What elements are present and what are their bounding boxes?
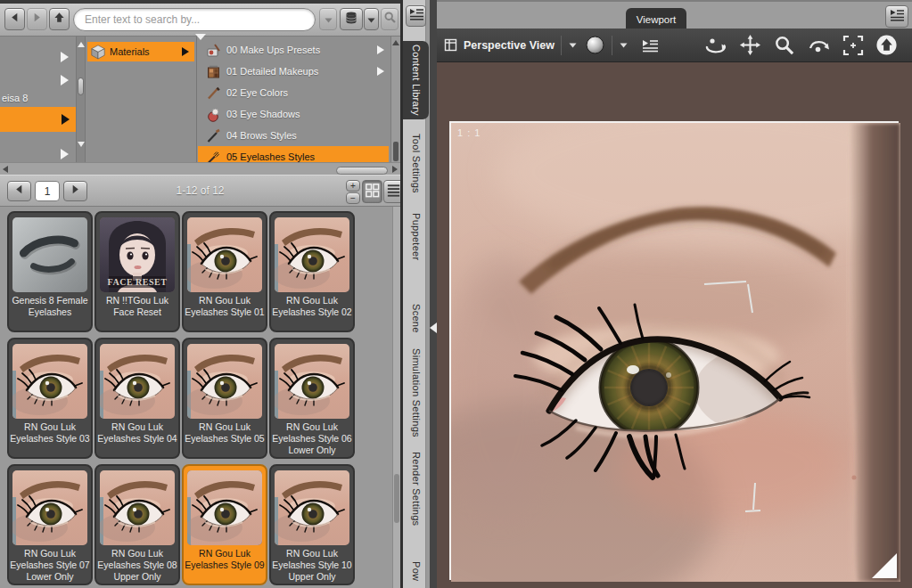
pagination-bar: 1-12 of 12 + − (0, 175, 400, 207)
tree-item[interactable]: 00 Make Ups Presets (198, 39, 389, 61)
thumbnail-eye (100, 344, 175, 419)
asset-label: Genesis 8 Female Eyelashes (10, 295, 90, 318)
scrollbar-thumb[interactable] (394, 474, 399, 523)
viewport-canvas[interactable]: 1 : 1 (437, 62, 912, 588)
dock-tab-pow[interactable]: Pow (406, 554, 427, 588)
expand-arrow-icon[interactable] (61, 52, 69, 62)
asset-label: RN Gou Luk Eyelashes Style 04 (97, 421, 177, 445)
asset-tile[interactable]: RN Gou Luk Eyelashes Style 01 (182, 211, 267, 332)
rotate-camera-icon[interactable] (807, 36, 831, 55)
asset-tile[interactable]: RN Gou Luk Eyelashes Style 02 (269, 211, 355, 332)
dock-tab-strip: Content LibraryTool SettingsPuppeteerSce… (400, 0, 426, 588)
panel-menu-icon (408, 8, 424, 24)
asset-label: RN Gou Luk Eyelashes Style 02 (272, 295, 352, 318)
asset-label: RN Gou Luk Eyelashes Style 07 Lower Only (10, 548, 90, 583)
dock-tab-render-settings[interactable]: Render Settings (406, 449, 427, 529)
thumbnail-eye (275, 344, 349, 419)
grid-view-button[interactable] (362, 180, 382, 203)
thumb-size-decrease-button[interactable]: − (346, 192, 360, 204)
tree-selected-parent[interactable] (0, 107, 80, 132)
orbit-camera-icon[interactable] (703, 35, 727, 56)
eye-shadow-icon (205, 106, 221, 122)
scrollbar-thumb[interactable] (393, 142, 398, 161)
collapse-panel-icon[interactable] (430, 323, 437, 333)
tree-item[interactable]: 01 Detailed Makeups (198, 61, 389, 82)
viewport-panel: Viewport Perspective View 1 : 1 (437, 0, 912, 588)
panel-menu-button[interactable] (406, 5, 426, 27)
back-button[interactable] (4, 8, 25, 30)
frame-camera-icon[interactable] (842, 35, 864, 56)
grid-scrollbar[interactable] (392, 207, 400, 588)
chevron-down-icon (324, 12, 333, 28)
toolbar-divider (561, 36, 562, 55)
aspect-ratio-label: 1 : 1 (457, 127, 481, 138)
panel-splitter[interactable] (430, 0, 437, 588)
up-level-button[interactable] (49, 8, 70, 30)
zoom-camera-icon[interactable] (773, 34, 795, 56)
database-dropdown[interactable] (364, 8, 379, 30)
forward-button[interactable] (27, 8, 47, 30)
tree-item[interactable]: 03 Eye Shadows (198, 103, 389, 125)
thumbnail-eye (275, 470, 349, 545)
asset-tile[interactable]: RN Gou Luk Eyelashes Style 10 Upper Only (269, 464, 355, 585)
thumbnail-eye (12, 470, 87, 545)
asset-tile[interactable]: RN Gou Luk Eyelashes Style 08 Upper Only (94, 464, 180, 585)
svg-text:FACE RESET: FACE RESET (108, 277, 168, 287)
panel-menu-button[interactable] (885, 5, 908, 28)
asset-tile[interactable]: RN Gou Luk Eyelashes Style 05 (182, 338, 267, 459)
database-button[interactable] (340, 8, 363, 30)
thumbnail-eye (187, 344, 262, 419)
search-input[interactable] (73, 8, 316, 31)
tree-vertical-scrollbar[interactable] (76, 37, 86, 175)
tree-item-materials[interactable]: Materials (87, 42, 194, 61)
drawstyle-dropdown-icon[interactable] (619, 41, 629, 49)
reset-camera-icon[interactable] (875, 34, 898, 56)
scroll-left-icon[interactable] (3, 166, 8, 173)
tab-viewport[interactable]: Viewport (626, 8, 686, 30)
brow-brush-icon (205, 127, 221, 143)
asset-tile[interactable]: RN Gou Luk Eyelashes Style 03 (7, 338, 93, 459)
subfolder-scrollbar[interactable] (390, 37, 400, 162)
scroll-up-icon[interactable] (78, 42, 85, 47)
drawstyle-sphere-icon[interactable] (585, 35, 605, 55)
pan-camera-icon[interactable] (739, 34, 761, 56)
scroll-up-icon[interactable] (392, 40, 399, 45)
asset-tile[interactable]: RN Gou Luk Eyelashes Style 07 Lower Only (7, 464, 93, 585)
scroll-down-icon[interactable] (78, 142, 85, 147)
thumbnail-lashes (12, 217, 87, 292)
asset-tile[interactable]: RN Gou Luk Eyelashes Style 04 (94, 338, 180, 459)
dock-tab-puppeteer[interactable]: Puppeteer (406, 203, 427, 271)
search-go-button[interactable] (381, 8, 398, 30)
asset-tile[interactable]: RN Gou Luk Eyelashes Style 06 Lower Only (269, 338, 355, 459)
asset-tile[interactable]: RN Gou Luk Eyelashes Style 09 (182, 464, 267, 585)
thumb-size-increase-button[interactable]: + (346, 180, 360, 192)
expand-arrow-icon (182, 47, 189, 56)
asset-label: RN Gou Luk Eyelashes Style 01 (185, 295, 265, 318)
view-options-icon[interactable] (641, 38, 659, 53)
scroll-right-icon[interactable] (392, 166, 398, 173)
dock-tab-tool-settings[interactable]: Tool Settings (406, 129, 427, 197)
dock-tab-content-library[interactable]: Content Library (403, 41, 429, 119)
scrollbar-thumb[interactable] (336, 167, 388, 175)
dock-tab-simulation-settings[interactable]: Simulation Settings (406, 346, 427, 440)
dock-tab-scene[interactable]: Scene (406, 300, 427, 336)
asset-tile[interactable]: Genesis 8 Female Eyelashes (7, 211, 93, 332)
expand-arrow-icon[interactable] (61, 149, 69, 159)
camera-selector[interactable]: Perspective View (464, 39, 555, 52)
tree-middle-column: Materials (86, 37, 197, 175)
camera-dropdown-icon[interactable] (568, 41, 578, 49)
search-history-dropdown[interactable] (319, 8, 337, 30)
database-icon (344, 11, 358, 29)
tree-item[interactable]: 04 Brows Styles (198, 125, 389, 146)
tree-item[interactable]: 02 Eye Colors (198, 82, 389, 103)
tree-horizontal-scrollbar[interactable] (0, 162, 400, 175)
thumbnail-eye (275, 217, 349, 292)
expand-arrow-icon[interactable] (61, 75, 69, 86)
resize-handle-icon[interactable] (872, 553, 897, 578)
pane-layout-icon[interactable] (444, 38, 457, 52)
tree-item-label: 02 Eye Colors (226, 87, 288, 98)
asset-label: RN Gou Luk Eyelashes Style 08 Upper Only (97, 548, 177, 583)
scrollbar-thumb[interactable] (78, 78, 84, 95)
toolbar-divider (612, 36, 612, 55)
asset-tile[interactable]: FACE RESETRN !!TGou Luk Face Reset (94, 211, 180, 332)
